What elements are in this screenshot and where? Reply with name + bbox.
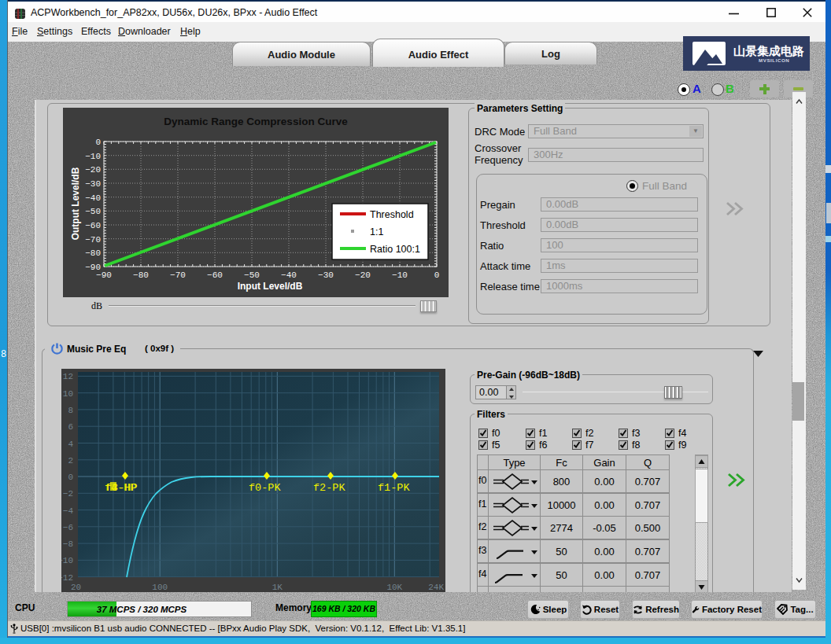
- svg-text:−80: −80: [133, 270, 149, 280]
- svg-text:−70: −70: [170, 270, 186, 280]
- svg-text:20: 20: [71, 583, 81, 592]
- svg-text:−20: −20: [85, 165, 101, 175]
- svg-text:−80: −80: [85, 248, 101, 258]
- svg-text:10K: 10K: [386, 583, 402, 592]
- svg-text:6: 6: [68, 422, 73, 432]
- svg-text:−20: −20: [355, 270, 371, 280]
- svg-text:100: 100: [152, 583, 168, 592]
- svg-text:−40: −40: [281, 270, 297, 280]
- svg-text:MVSILICON: MVSILICON: [759, 57, 789, 63]
- svg-text:0: 0: [95, 138, 101, 147]
- svg-text:Dynamic Range Compression Curv: Dynamic Range Compression Curve: [164, 116, 348, 127]
- svg-text:Threshold: Threshold: [370, 209, 414, 220]
- svg-text:−12: −12: [61, 573, 73, 583]
- svg-text:Input Level/dB: Input Level/dB: [238, 281, 303, 292]
- svg-text:−40: −40: [85, 193, 101, 203]
- svg-text:0: 0: [68, 473, 73, 482]
- svg-text:−4: −4: [63, 506, 74, 516]
- svg-text:2: 2: [68, 456, 73, 466]
- svg-text:−30: −30: [85, 179, 101, 189]
- svg-text:1:1: 1:1: [370, 226, 383, 237]
- svg-text:f0-PK: f0-PK: [249, 482, 281, 494]
- svg-text:−10: −10: [61, 556, 73, 565]
- svg-text:−60: −60: [207, 270, 223, 280]
- svg-text:−50: −50: [85, 207, 101, 216]
- svg-text:Output Level/dB: Output Level/dB: [70, 167, 81, 240]
- svg-text:−60: −60: [85, 221, 101, 230]
- svg-text:−2: −2: [63, 489, 73, 499]
- svg-text:4: 4: [68, 440, 73, 449]
- svg-text:10: 10: [63, 389, 73, 399]
- svg-text:1K: 1K: [272, 583, 283, 592]
- svg-text:−70: −70: [85, 235, 101, 245]
- svg-text:f1-PK: f1-PK: [378, 482, 410, 494]
- svg-text:−8: −8: [63, 539, 73, 549]
- svg-text:f2-PK: f2-PK: [313, 482, 345, 494]
- svg-text:−30: −30: [318, 270, 334, 280]
- svg-text:−10: −10: [392, 270, 408, 280]
- svg-text:−6: −6: [63, 523, 73, 532]
- svg-text:−50: −50: [244, 270, 260, 280]
- svg-text:12: 12: [63, 372, 73, 381]
- svg-text:0: 0: [434, 270, 440, 280]
- svg-text:−10: −10: [85, 152, 101, 161]
- svg-text:Ratio 100:1: Ratio 100:1: [370, 244, 420, 255]
- svg-text:山景集成电路: 山景集成电路: [733, 44, 804, 57]
- svg-text:24K: 24K: [428, 583, 444, 592]
- svg-text:8: 8: [68, 406, 73, 415]
- svg-text:−90: −90: [96, 270, 112, 280]
